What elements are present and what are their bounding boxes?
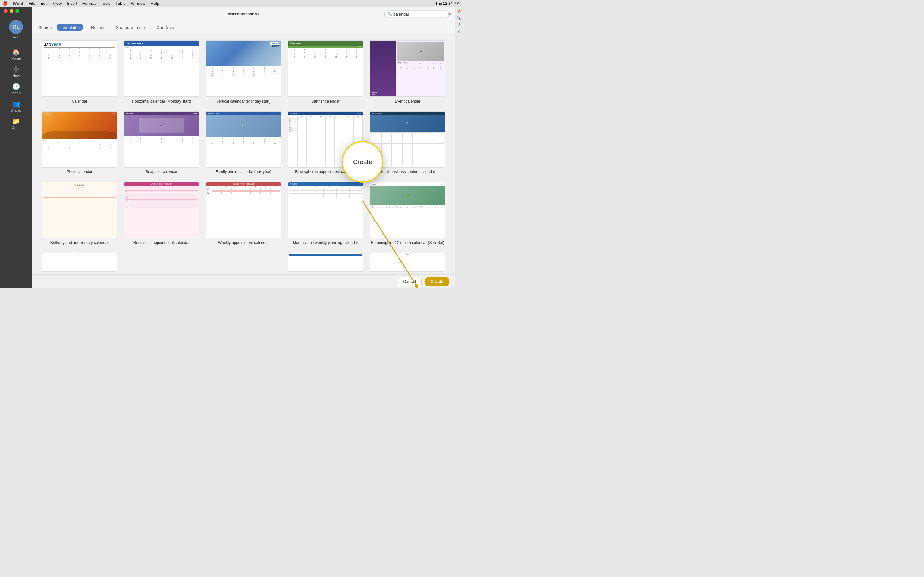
menu-table[interactable]: Table	[115, 1, 126, 6]
dock-icon-5[interactable]: 🗒	[456, 34, 462, 40]
minimize-button[interactable]	[10, 9, 13, 13]
template-card-partial-4[interactable]: YEAR	[288, 253, 363, 272]
cancel-button[interactable]: Cancel	[397, 277, 421, 286]
template-card-monthly-weekly[interactable]: [MONTHS] Week Mon Tue Wed Thu Fri	[288, 182, 363, 245]
bottom-bar: Cancel Create	[32, 274, 455, 288]
dock-icon-3[interactable]: ⚙	[456, 21, 462, 27]
sidebar-item-recent[interactable]: 🕐 Recent	[0, 80, 32, 97]
template-thumb-banner: January YEAR SMTWTFS 12 3456789 10111213…	[288, 40, 363, 97]
menu-format[interactable]: Format	[82, 1, 95, 6]
menu-view[interactable]: View	[53, 1, 61, 6]
search-input-wrap[interactable]: 🔍 ✕	[384, 10, 449, 18]
template-thumb-partial-5: 20XX	[370, 253, 445, 272]
template-card-banner[interactable]: January YEAR SMTWTFS 12 3456789 10111213…	[288, 40, 363, 103]
new-icon: ➕	[12, 65, 20, 73]
template-name-small-biz: Small business content calendar	[380, 169, 435, 174]
template-thumb-partial-1: January Year	[42, 253, 118, 272]
template-name-calendar: Calendar	[71, 99, 87, 103]
clock: Thu 12:34 PM	[435, 1, 459, 6]
sidebar-item-open[interactable]: 📁 Open	[0, 115, 32, 132]
template-card-family[interactable]: January YEAR 👨‍👩‍👧‍👦 SMTWTFS 12 3456789 …	[206, 111, 281, 174]
menu-insert[interactable]: Insert	[67, 1, 78, 6]
avatar-name: Rob	[13, 35, 19, 39]
create-overlay-label: Create	[353, 158, 372, 166]
template-name-snapshot: Snapshot calendar	[145, 169, 178, 174]
avatar[interactable]: RL	[9, 20, 23, 34]
template-name-vertical: Vertical calendar (Monday start)	[216, 99, 270, 103]
menu-file[interactable]: File	[29, 1, 35, 6]
template-card-event[interactable]: January YEAR 📷 January YEAR SMT	[370, 40, 445, 103]
sidebar-open-label: Open	[12, 126, 21, 129]
maximize-button[interactable]	[15, 9, 19, 13]
template-card-partial-5[interactable]: 20XX	[370, 253, 445, 272]
searchbar: 🔍 ✕	[384, 10, 449, 18]
recent-icon: 🕐	[12, 83, 20, 90]
template-name-event: Event calendar	[395, 99, 420, 103]
home-icon: 🏠	[12, 48, 20, 56]
clear-search-button[interactable]: ✕	[449, 12, 452, 16]
template-card-weekly[interactable]: WEEK OF [PICK THE DATE] M T W T F S S	[206, 182, 281, 245]
right-dock: 📌 🔍 ⚙ 📊 🗒	[455, 7, 462, 288]
template-name-rose: Rose suite appointment calendar	[134, 240, 190, 245]
menu-help[interactable]: Help	[151, 1, 160, 6]
template-thumb-vertical: January YEAR MTWTFSS 1234 567891011 1213…	[206, 40, 281, 97]
template-thumb-photo: January YEAR Title SMTWTFS 12 3456789	[42, 111, 118, 168]
template-card-rose[interactable]: WEEK OF [PICK THE DATE] 6:00 7:00 8:00 9…	[124, 182, 200, 245]
tab-templates[interactable]: Templates	[57, 24, 83, 31]
template-card-calendar[interactable]: JANYEAR SMTWTFS 12 3456789 1011121314151…	[42, 40, 118, 103]
template-card-birthday[interactable]: ♥ ♥ ♥ ♥ ♥	[42, 182, 118, 245]
sidebar-shared-label: Shared	[10, 108, 21, 112]
search-input[interactable]	[393, 11, 447, 16]
template-thumb-family: January YEAR 👨‍👩‍👧‍👦 SMTWTFS 12 3456789 …	[206, 111, 281, 168]
template-thumb-calendar: JANYEAR SMTWTFS 12 3456789 1011121314151…	[42, 40, 118, 97]
menu-edit[interactable]: Edit	[40, 1, 47, 6]
sidebar-item-shared[interactable]: 👥 Shared	[0, 97, 32, 115]
template-name-monthly-weekly: Monthly and weekly planning calendar	[293, 240, 358, 245]
tab-recent[interactable]: Recent	[87, 24, 108, 31]
template-card-partial-1[interactable]: January Year	[42, 253, 118, 272]
template-name-weekly: Weekly appointment calendar	[218, 240, 269, 245]
template-thumb-hummingbird: January Year 🌿 Jan SMTWTFS 12	[370, 182, 445, 239]
dock-icon-1[interactable]: 📌	[456, 8, 462, 14]
dock-icon-2[interactable]: 🔍	[456, 15, 462, 21]
create-overlay-circle[interactable]: Create	[342, 141, 383, 183]
template-card-snapshot[interactable]: JanuaryYEAR 📷 Title SMTWT	[124, 111, 200, 174]
template-thumb-weekly: WEEK OF [PICK THE DATE] M T W T F S S	[206, 182, 281, 239]
sidebar-new-label: New	[13, 74, 19, 77]
app-window: RL Rob 🏠 Home ➕ New 🕐 Recent 👥 Shared 📁 …	[0, 7, 462, 288]
search-icon: 🔍	[387, 12, 392, 16]
template-name-hummingbird: Hummingbird 12-month calendar (Sun-Sat)	[371, 240, 444, 245]
sidebar-home-label: Home	[11, 56, 21, 60]
sidebar-item-home[interactable]: 🏠 Home	[0, 45, 32, 63]
menubar-right: Thu 12:34 PM	[435, 1, 459, 6]
template-card-photo[interactable]: January YEAR Title SMTWTFS 12 3456789	[42, 111, 118, 174]
tab-shared[interactable]: Shared with me	[112, 24, 149, 31]
menu-tools[interactable]: Tools	[101, 1, 110, 6]
menu-window[interactable]: Window	[131, 1, 145, 6]
close-button[interactable]	[4, 9, 8, 13]
template-thumb-monthly-weekly: [MONTHS] Week Mon Tue Wed Thu Fri	[288, 182, 363, 239]
template-thumb-snapshot: JanuaryYEAR 📷 Title SMTWT	[124, 111, 200, 168]
main-content: Microsoft Word 🔍 ✕ Search: Templates Rec…	[32, 7, 455, 288]
template-card-horizontal[interactable]: January YEAR EVENTS MTWTFSS 1234 5678910…	[124, 40, 200, 103]
window-title: Microsoft Word	[228, 11, 258, 16]
titlebar: Microsoft Word 🔍 ✕	[32, 7, 455, 21]
template-thumb-birthday: ♥ ♥ ♥ ♥ ♥	[42, 182, 118, 239]
template-name-birthday: Birthday and anniversary calendar	[50, 240, 109, 245]
menu-word[interactable]: Word	[13, 1, 23, 6]
template-card-hummingbird[interactable]: January Year 🌿 Jan SMTWTFS 12	[370, 182, 445, 245]
open-icon: 📁	[12, 117, 20, 125]
sidebar-item-new[interactable]: ➕ New	[0, 63, 32, 80]
template-name-horizontal: Horizontal calendar (Monday start)	[132, 99, 191, 103]
filter-bar: Search: Templates Recent Shared with me …	[32, 21, 455, 34]
template-grid: JANYEAR SMTWTFS 12 3456789 1011121314151…	[32, 34, 455, 274]
template-thumb-horizontal: January YEAR EVENTS MTWTFSS 1234 5678910…	[124, 40, 200, 97]
template-card-vertical[interactable]: January YEAR MTWTFSS 1234 567891011 1213…	[206, 40, 281, 103]
search-label: Search:	[39, 25, 53, 30]
tab-onedrive[interactable]: OneDrive	[153, 24, 178, 31]
dock-icon-4[interactable]: 📊	[456, 27, 462, 33]
menubar: 🍎 Word File Edit View Insert Format Tool…	[0, 0, 462, 7]
apple-menu[interactable]: 🍎	[3, 1, 8, 6]
create-button[interactable]: Create	[425, 277, 449, 286]
template-thumb-rose: WEEK OF [PICK THE DATE] 6:00 7:00 8:00 9…	[124, 182, 200, 239]
